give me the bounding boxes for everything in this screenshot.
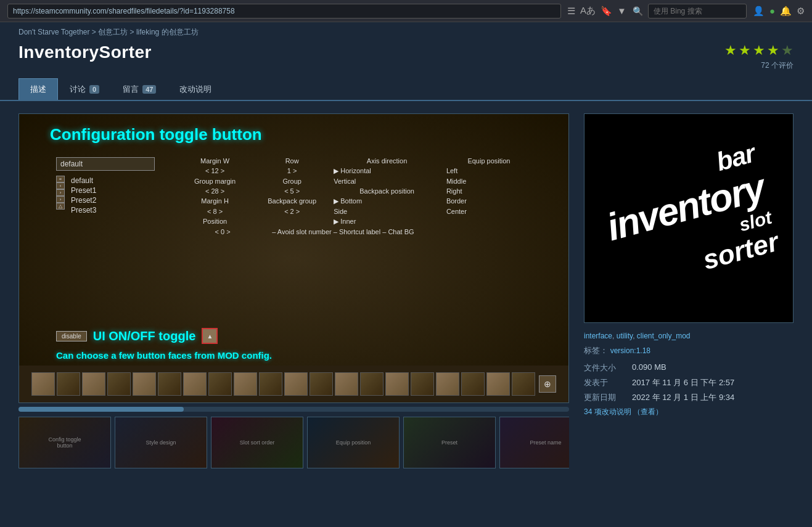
thumbnail-3[interactable]: Slot sort order (211, 417, 303, 468)
preset-3[interactable]: Preset3 (71, 205, 96, 215)
backpack-bottom[interactable]: ▶ Bottom (334, 197, 440, 205)
scrollbar-thumb (18, 407, 184, 412)
tag-version-value[interactable]: version:1.18 (610, 346, 650, 355)
equip-center[interactable]: Center (446, 208, 531, 215)
nav-arrows: « ‹ › › △ (56, 176, 65, 210)
thumbnail-1[interactable]: Config togglebutton (18, 417, 111, 468)
main-content: Configuration toggle button default « ‹ … (0, 101, 812, 481)
margin-h-label: Margin H (179, 197, 250, 205)
thumbnail-2[interactable]: Style design (115, 417, 207, 468)
status-icon[interactable]: ● (769, 6, 775, 16)
inventory-bar: ⊕ (19, 366, 568, 402)
nav-arrow-left[interactable]: ‹ (56, 182, 65, 189)
position-label: Position (179, 218, 250, 226)
url-bar[interactable] (7, 4, 561, 18)
star-3: ★ (753, 43, 765, 59)
reading-mode-icon[interactable]: ☰ (567, 6, 575, 17)
tag-version-row: 标签： version:1.18 (584, 345, 794, 356)
inv-slot-16 (411, 372, 434, 396)
nav-arrow-up[interactable]: « (56, 176, 65, 182)
browser-bar: ☰ Aあ 🔖 ▼ 🔍 👤 ● 🔔 ⚙ (0, 0, 812, 22)
tabs: 描述 讨论 0 留言 47 改动说明 (0, 78, 812, 101)
file-size-row: 文件大小 0.090 MB (584, 362, 794, 374)
thumbnail-6[interactable]: Preset name (499, 417, 569, 468)
margin-w-val: < 12 > (179, 167, 250, 175)
group-val: < 5 > (256, 187, 327, 195)
preset-1[interactable]: Preset1 (71, 186, 96, 195)
dropdown-icon[interactable]: ▼ (617, 6, 626, 16)
inv-slot-7 (183, 372, 207, 396)
pos-spacer (256, 218, 327, 226)
tag-interface[interactable]: interface (584, 332, 612, 340)
file-size-key: 文件大小 (584, 362, 627, 374)
file-size-val: 0.090 MB (632, 362, 666, 374)
rating-count: 72 个评价 (724, 60, 794, 71)
axis-vertical[interactable]: Vertical (334, 178, 440, 185)
tag-client-only[interactable]: client_only_mod (637, 332, 691, 340)
thumbnail-strip: Config togglebutton Style design Slot so… (18, 417, 569, 468)
changelog-link[interactable]: 34 项改动说明 （查看） (584, 407, 663, 416)
ui-toggle-area: disable UI ON/OFF toggle ▲ (56, 328, 218, 344)
breadcrumb-sep1: > (92, 28, 96, 36)
tab-comments[interactable]: 留言 47 (111, 78, 168, 100)
tags-line: interface, utility, client_only_mod (584, 332, 794, 340)
preset-default[interactable]: default (71, 176, 96, 186)
bookmark-icon[interactable]: 🔖 (601, 6, 612, 17)
inv-slot-13 (335, 372, 358, 396)
disable-button[interactable]: disable (56, 331, 87, 341)
inv-slot-18 (461, 372, 485, 396)
nav-arrow-triangle[interactable]: △ (56, 203, 65, 210)
equip-spacer (446, 218, 531, 226)
breadcrumb-sep2: > (130, 28, 134, 36)
tab-desc[interactable]: 描述 (18, 78, 58, 100)
extensions-icon[interactable]: ⚙ (797, 6, 805, 17)
mod-title: InventorySorter (18, 43, 152, 62)
preset-2[interactable]: Preset2 (71, 195, 96, 205)
backpack-group-label: Backpack group (256, 197, 327, 205)
user-icon[interactable]: 👤 (753, 6, 765, 17)
scrollbar[interactable] (18, 407, 569, 412)
axis-label: Axis direction (334, 157, 440, 165)
backpack-side[interactable]: Side (334, 208, 440, 215)
tab-changelog[interactable]: 改动说明 (168, 78, 223, 100)
published-row: 发表于 2017 年 11 月 6 日 下午 2:57 (584, 377, 794, 388)
inv-slot-3 (82, 372, 105, 396)
equip-middle[interactable]: Middle (446, 178, 531, 185)
breadcrumb-game[interactable]: Don't Starve Together (18, 28, 89, 36)
axis-horizontal[interactable]: ▶ Horizontal (334, 167, 440, 175)
page: Don't Starve Together > 创意工坊 > lifeking … (0, 22, 812, 481)
inner-label[interactable]: ▶ Inner (334, 218, 440, 226)
tag-utility[interactable]: utility (617, 332, 633, 340)
inv-slot-9 (234, 372, 257, 396)
equip-label: Equip position (446, 157, 531, 165)
inv-slot-4 (107, 372, 131, 396)
stars: ★ ★ ★ ★ ★ (724, 43, 794, 59)
notifications-icon[interactable]: 🔔 (780, 6, 792, 17)
equip-right[interactable]: Right (446, 187, 531, 195)
preset-box[interactable]: default (56, 157, 155, 171)
breadcrumb-workshop[interactable]: 创意工坊 (98, 28, 128, 36)
thumbnail-5[interactable]: Preset (403, 417, 496, 468)
breadcrumb-author[interactable]: lifeking 的创意工坊 (136, 28, 199, 36)
bing-search-input[interactable] (648, 4, 747, 18)
inv-slot-8 (208, 372, 232, 396)
main-image[interactable]: Configuration toggle button default « ‹ … (18, 113, 569, 403)
title-area: InventorySorter ★ ★ ★ ★ ★ 72 个评价 (0, 40, 812, 78)
inv-slot-20 (512, 372, 535, 396)
preset-list: default Preset1 Preset2 Preset3 (71, 176, 96, 215)
published-key: 发表于 (584, 377, 627, 388)
toggle-button[interactable]: ▲ (202, 328, 218, 344)
screenshot: Configuration toggle button default « ‹ … (19, 114, 568, 402)
group-margin-val: < 28 > (179, 187, 250, 195)
config-left: default « ‹ › › △ default (56, 157, 167, 215)
equip-left[interactable]: Left (446, 167, 531, 175)
translate-icon[interactable]: Aあ (580, 5, 596, 17)
search-area: 🔍 (633, 4, 747, 18)
breadcrumb: Don't Starve Together > 创意工坊 > lifeking … (0, 22, 812, 40)
thumbnail-4[interactable]: Equip position (307, 417, 400, 468)
tab-discuss[interactable]: 讨论 0 (58, 78, 111, 100)
equip-border[interactable]: Border (446, 197, 531, 205)
backpack-group-val: < 2 > (256, 208, 327, 215)
nav-arrow-down[interactable]: › (56, 196, 65, 203)
nav-arrow-right[interactable]: › (56, 189, 65, 196)
